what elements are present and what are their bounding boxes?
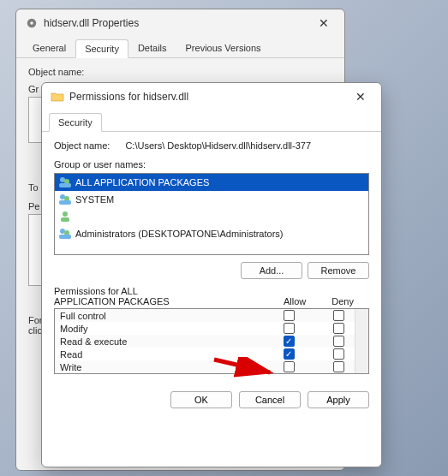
back-pe-trunc: Pe	[28, 201, 39, 211]
user-listbox[interactable]: ALL APPLICATION PACKAGES SYSTEM Administ…	[54, 173, 369, 255]
folder-icon	[51, 90, 64, 104]
scrollbar[interactable]	[355, 309, 368, 373]
perm-row-read: Read ✓	[55, 348, 368, 360]
back-tabs: General Security Details Previous Versio…	[16, 39, 344, 58]
svg-rect-7	[59, 200, 71, 205]
tab-general[interactable]: General	[23, 39, 75, 57]
back-object-label: Object name:	[28, 67, 84, 77]
front-tabs: Security	[42, 112, 381, 132]
allow-checkbox[interactable]: ✓	[284, 336, 295, 347]
allow-checkbox[interactable]	[284, 323, 295, 334]
users-icon	[58, 176, 72, 189]
users-icon	[58, 227, 72, 241]
cancel-button[interactable]: Cancel	[239, 391, 301, 408]
tab-details[interactable]: Details	[128, 39, 176, 57]
ok-button[interactable]: OK	[170, 391, 232, 408]
perm-name: Read	[60, 349, 264, 360]
front-titlebar: Permissions for hidserv.dll ✕	[42, 83, 381, 110]
back-close-button[interactable]: ✕	[312, 15, 336, 32]
list-item-label: Administrators (DESKTOPATONE\Administrat…	[75, 229, 283, 239]
svg-rect-4	[59, 183, 71, 187]
back-click-trunc: clic	[28, 325, 42, 336]
svg-rect-12	[59, 235, 71, 239]
list-item-system[interactable]: SYSTEM	[55, 191, 368, 208]
list-item-blank[interactable]	[55, 208, 368, 225]
add-button[interactable]: Add...	[241, 262, 302, 279]
list-item-label: ALL APPLICATION PACKAGES	[75, 177, 209, 187]
deny-checkbox[interactable]	[333, 361, 344, 372]
svg-point-1	[30, 21, 33, 25]
perm-name: Full control	[60, 311, 264, 321]
deny-checkbox[interactable]	[333, 310, 344, 321]
list-item-all-packages[interactable]: ALL APPLICATION PACKAGES	[55, 174, 368, 191]
allow-checkbox[interactable]	[284, 310, 295, 321]
list-item-label: SYSTEM	[75, 194, 114, 205]
perm-name: Write	[60, 362, 264, 372]
object-path: C:\Users\ Desktop\Hidserv.dll\hidserv.dl…	[125, 140, 311, 151]
tab-security[interactable]: Security	[75, 39, 128, 58]
front-close-button[interactable]: ✕	[349, 88, 373, 105]
col-allow: Allow	[284, 296, 306, 306]
front-title: Permissions for hidserv.dll	[69, 91, 349, 103]
apply-button[interactable]: Apply	[308, 391, 369, 408]
user-icon	[58, 210, 72, 223]
users-icon	[58, 193, 72, 206]
perm-row-write: Write	[55, 360, 368, 373]
deny-checkbox[interactable]	[333, 323, 344, 334]
remove-button[interactable]: Remove	[308, 262, 369, 279]
perm-name: Read & execute	[60, 336, 264, 347]
perm-row-full-control: Full control	[55, 309, 368, 322]
permissions-table: Full control Modify Read & execute ✓ Rea…	[54, 308, 369, 374]
gear-icon	[25, 16, 39, 30]
back-titlebar: hidserv.dll Properties ✕	[16, 9, 344, 37]
allow-checkbox[interactable]	[284, 361, 295, 372]
deny-checkbox[interactable]	[333, 336, 344, 347]
perm-title: Permissions for ALL APPLICATION PACKAGES	[54, 286, 200, 306]
list-item-administrators[interactable]: Administrators (DESKTOPATONE\Administrat…	[55, 225, 368, 242]
back-permbox-trunc	[28, 214, 42, 286]
back-title: hidserv.dll Properties	[44, 17, 312, 29]
svg-point-8	[63, 211, 68, 217]
svg-rect-9	[61, 217, 69, 222]
perm-row-read-execute: Read & execute ✓	[55, 335, 368, 348]
deny-checkbox[interactable]	[333, 348, 344, 360]
back-to-trunc: To	[28, 182, 39, 193]
back-listbox-trunc	[28, 97, 42, 143]
group-label: Group or user names:	[54, 159, 369, 170]
permissions-window: Permissions for hidserv.dll ✕ Security O…	[41, 82, 382, 467]
tab-previous-versions[interactable]: Previous Versions	[176, 39, 271, 57]
object-label: Object name:	[54, 140, 110, 151]
col-deny: Deny	[332, 296, 354, 306]
front-tab-security[interactable]: Security	[49, 113, 102, 132]
perm-row-modify: Modify	[55, 322, 368, 335]
perm-name: Modify	[60, 324, 264, 334]
back-group-trunc: Gr	[28, 84, 39, 94]
allow-checkbox[interactable]: ✓	[284, 348, 295, 360]
